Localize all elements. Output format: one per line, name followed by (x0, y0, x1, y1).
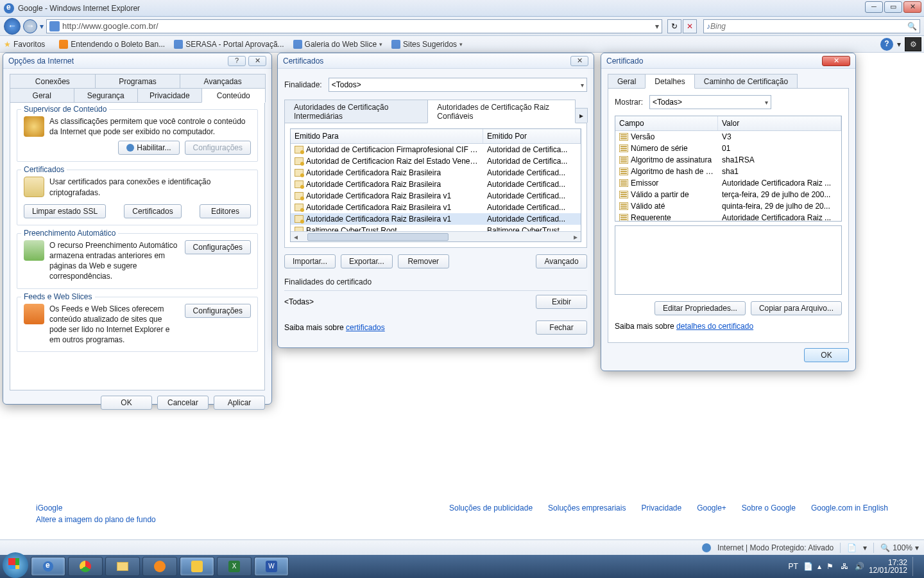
tray-lang[interactable]: PT (789, 562, 798, 571)
status-icon[interactable]: 📄 (847, 543, 857, 552)
certificates-link[interactable]: certificados (346, 323, 385, 332)
tab-content[interactable]: Conteúdo (201, 88, 266, 103)
tab-privacy[interactable]: Privacidade (137, 88, 202, 102)
publishers-button[interactable]: Editores (200, 204, 251, 218)
close-button[interactable]: ✕ (822, 56, 850, 66)
dialog-titlebar[interactable]: Opções da Internet ? ✕ (3, 53, 271, 69)
window-close[interactable]: ✕ (903, 1, 921, 13)
addr-dropdown-icon[interactable]: ▾ (655, 22, 659, 31)
detail-row[interactable]: Válido atéquinta-feira, 29 de julho de 2… (615, 200, 841, 212)
enable-button[interactable]: Habilitar... (118, 141, 179, 155)
certificates-button[interactable]: Certificados (124, 204, 181, 218)
col-issued-by[interactable]: Emitido Por (483, 129, 581, 143)
detail-row[interactable]: RequerenteAutoridade Certificadora Raiz … (615, 212, 841, 221)
footer-link[interactable]: Google+ (697, 504, 726, 527)
taskbar-ie[interactable] (31, 557, 65, 576)
detail-row[interactable]: Número de série01 (615, 143, 841, 154)
tab-programs[interactable]: Programas (95, 74, 181, 88)
cert-row[interactable]: Autoridade Certificadora Raiz Brasileira… (291, 213, 581, 225)
taskbar-outlook[interactable] (180, 557, 214, 576)
forward-button[interactable]: → (23, 19, 37, 33)
tab-security[interactable]: Segurança (74, 88, 139, 102)
start-button[interactable] (3, 552, 28, 578)
taskbar-word[interactable]: W (254, 557, 289, 576)
purpose-select[interactable]: <Todos>▾ (329, 78, 587, 92)
tools-button[interactable]: ⚙ (905, 37, 921, 51)
favorite-link[interactable]: Entendendo o Boleto Ban... (59, 40, 165, 49)
tab-general[interactable]: Geral (10, 88, 74, 102)
stop-button[interactable]: ✕ (683, 19, 697, 33)
close-dialog-button[interactable]: Fechar (536, 320, 587, 335)
nav-dropdown-icon[interactable]: ▾ (40, 22, 44, 31)
import-button[interactable]: Importar... (284, 254, 336, 268)
cert-row[interactable]: Autoridade Certificadora Raiz Brasileira… (291, 167, 581, 179)
edit-properties-button[interactable]: Editar Propriedades... (654, 301, 746, 315)
feeds-settings-button[interactable]: Configurações (185, 304, 251, 318)
window-minimize[interactable]: ─ (865, 1, 883, 13)
taskbar-chrome[interactable] (68, 557, 103, 576)
tab-connections[interactable]: Conexões (10, 74, 96, 88)
tab-cert-path[interactable]: Caminho de Certificação (694, 74, 798, 88)
cert-details-link[interactable]: detalhes do certificado (676, 322, 753, 331)
change-background-link[interactable]: Altere a imagem do plano de fundo (36, 515, 156, 524)
cert-row[interactable]: Autoridad de Certificacion Raiz del Esta… (291, 155, 581, 167)
footer-link[interactable]: Privacidade (641, 504, 681, 527)
apply-button[interactable]: Aplicar (214, 396, 265, 410)
taskbar-explorer[interactable] (105, 557, 140, 576)
taskbar-excel[interactable]: X (217, 557, 252, 576)
view-button[interactable]: Exibir (536, 295, 587, 309)
favorite-link[interactable]: Galeria do Web Slice▾ (293, 40, 383, 49)
cert-row[interactable]: Autoridad de Certificacion Firmaprofesio… (291, 144, 581, 155)
detail-row[interactable]: Válido a partir deterça-feira, 29 de jul… (615, 189, 841, 200)
ok-button[interactable]: OK (804, 348, 849, 362)
search-box[interactable]: ♪ 🔍 (703, 19, 920, 33)
favorite-link[interactable]: Sites Sugeridos▾ (391, 40, 463, 49)
tab-trusted-root[interactable]: Autoridades de Certificação Raiz Confiáv… (427, 100, 576, 123)
tab-intermediate[interactable]: Autoridades de Certificação Intermediári… (284, 100, 428, 123)
remove-button[interactable]: Remover (398, 254, 449, 268)
detail-row[interactable]: Algoritmo de assinaturasha1RSA (615, 154, 841, 166)
refresh-button[interactable]: ↻ (667, 19, 681, 33)
advanced-button[interactable]: Avançado (536, 254, 587, 268)
show-desktop[interactable] (912, 557, 918, 576)
tab-overflow[interactable]: ▸ (575, 108, 588, 123)
close-button[interactable]: ✕ (570, 56, 588, 66)
dialog-titlebar[interactable]: Certificado ✕ (601, 53, 855, 69)
tray-clock[interactable]: 17:32 12/01/2012 (869, 559, 907, 574)
address-bar[interactable]: ▾ (46, 19, 662, 33)
favorites-button[interactable]: ★Favoritos (4, 40, 45, 49)
close-button[interactable]: ✕ (248, 56, 266, 66)
tab-advanced[interactable]: Avançadas (180, 74, 266, 88)
horizontal-scrollbar[interactable]: ◂▸ (291, 231, 581, 241)
favorite-link[interactable]: SERASA - Portal Aprovaçã... (174, 40, 284, 49)
detail-row[interactable]: EmissorAutoridade Certificadora Raiz ... (615, 177, 841, 189)
footer-link[interactable]: Soluções empresariais (548, 504, 626, 527)
tray-up-icon[interactable]: ▴ (817, 562, 821, 571)
search-input[interactable] (710, 22, 907, 31)
taskbar-media[interactable] (142, 557, 177, 576)
help-button[interactable]: ? (880, 38, 893, 51)
show-select[interactable]: <Todas>▾ (649, 95, 771, 109)
cancel-button[interactable]: Cancelar (157, 396, 209, 410)
tray-icon[interactable]: 📄 (803, 562, 812, 571)
tray-flag-icon[interactable]: ⚑ (826, 562, 835, 571)
search-button-icon[interactable]: 🔍 (907, 22, 917, 31)
cert-row[interactable]: Autoridade Certificadora Raiz Brasileira… (291, 179, 581, 190)
cert-row[interactable]: Autoridade Certificadora Raiz Brasileira… (291, 202, 581, 213)
help-button[interactable]: ? (228, 56, 246, 66)
export-button[interactable]: Exportar... (341, 254, 393, 268)
zoom-control[interactable]: 🔍100%▾ (880, 543, 919, 552)
igoogle-link[interactable]: iGoogle (36, 504, 156, 512)
col-value[interactable]: Valor (718, 116, 841, 130)
autocomplete-settings-button[interactable]: Configurações (185, 240, 251, 254)
footer-link[interactable]: Soluções de publicidade (449, 504, 533, 527)
ok-button[interactable]: OK (101, 396, 152, 410)
tray-volume-icon[interactable]: 🔊 (855, 562, 864, 571)
detail-row[interactable]: Algoritmo de hash de assina...sha1 (615, 166, 841, 177)
col-issued-to[interactable]: Emitido Para (291, 129, 483, 143)
help-dropdown-icon[interactable]: ▾ (897, 40, 901, 49)
status-dropdown-icon[interactable]: ▾ (863, 543, 867, 552)
col-field[interactable]: Campo (615, 116, 718, 130)
cert-row[interactable]: Baltimore CyberTrust RootBaltimore Cyber… (291, 225, 581, 231)
tray-network-icon[interactable]: 🖧 (841, 562, 850, 571)
